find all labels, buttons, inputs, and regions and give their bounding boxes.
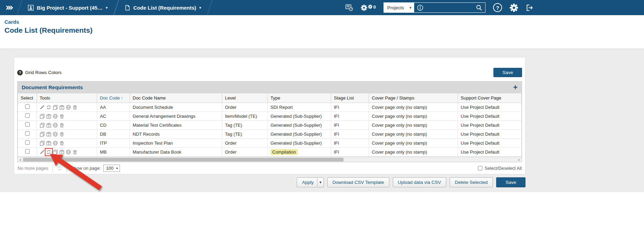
search-scope-select[interactable]: Projects ▾ xyxy=(384,3,414,12)
cell-level: Item/Model (TE) xyxy=(222,112,268,121)
column-header-doc-code-name[interactable]: Doc Code Name xyxy=(130,93,222,103)
delete-icon[interactable] xyxy=(59,114,64,119)
package-icon[interactable] xyxy=(46,114,51,119)
copy-icon[interactable] xyxy=(40,132,45,137)
project-selector-dropdown[interactable]: Big Project - Support (45… ▾ xyxy=(17,0,119,15)
edit-icon[interactable] xyxy=(40,149,45,155)
apply-button-label[interactable]: Apply xyxy=(297,178,317,187)
copy-icon[interactable] xyxy=(40,140,45,146)
page-title: Code List (Requirements) xyxy=(4,26,93,34)
top-navigation-bar: Big Project - Support (45… ▾ Code List (… xyxy=(0,0,644,15)
apply-button[interactable]: Apply ▾ xyxy=(297,177,324,187)
document-icon xyxy=(125,5,130,11)
refresh-icon[interactable] xyxy=(46,105,51,110)
column-header-level[interactable]: Level xyxy=(222,93,268,103)
chevron-down-icon: ▾ xyxy=(409,6,411,10)
select-all-checkbox[interactable] xyxy=(478,166,482,170)
horizontal-scrollbar[interactable]: ‹ › xyxy=(18,157,522,162)
upload-data-via-csv-button[interactable]: Upload data via CSV xyxy=(393,177,446,187)
package-icon[interactable] xyxy=(59,105,64,110)
globe-icon[interactable] xyxy=(53,123,58,128)
cell-support-cover-page: Use Project Default xyxy=(458,139,522,148)
globe-icon[interactable] xyxy=(66,149,71,155)
help-button[interactable]: ? xyxy=(493,3,502,12)
copy-icon[interactable] xyxy=(40,123,45,128)
refresh-icon[interactable] xyxy=(46,149,51,155)
search-input[interactable] xyxy=(423,5,476,10)
save-button-top[interactable]: Save xyxy=(493,68,522,77)
page-size-select[interactable]: 100 ▾ xyxy=(103,165,120,172)
background-jobs-indicator[interactable]: 0 xyxy=(361,4,376,11)
grid-rows-colors-link[interactable]: ? Grid Rows Colors xyxy=(17,70,62,75)
refresh-icon[interactable] xyxy=(57,166,62,171)
column-header-type[interactable]: Type xyxy=(268,93,331,103)
scrollbar-thumb[interactable] xyxy=(23,158,344,162)
footer-actions: Apply ▾ Download CSV Template Upload dat… xyxy=(14,177,525,187)
card-selector-dropdown[interactable]: Code List (Requirements) ▾ xyxy=(114,0,212,15)
column-header-stage-list[interactable]: Stage List xyxy=(331,93,369,103)
cell-doc-code: AA xyxy=(97,103,130,112)
table-header-row: Select Tools Doc Code↑ Doc Code Name Lev… xyxy=(18,93,522,103)
cell-stage-list: IFI xyxy=(331,121,369,130)
package-icon[interactable] xyxy=(46,140,51,146)
apply-dropdown-caret[interactable]: ▾ xyxy=(317,178,324,187)
delete-icon[interactable] xyxy=(59,140,64,146)
edit-icon[interactable] xyxy=(40,105,45,110)
delete-icon[interactable] xyxy=(72,149,78,155)
breadcrumb-cards[interactable]: Cards xyxy=(4,19,19,25)
row-checkbox[interactable] xyxy=(25,122,30,127)
doc-code-sort-link[interactable]: Doc Code xyxy=(100,95,120,101)
copy-icon[interactable] xyxy=(53,149,58,155)
delete-selected-button[interactable]: Delete Selected xyxy=(450,177,493,187)
column-header-cover-page[interactable]: Cover Page / Stamps xyxy=(369,93,458,103)
delete-icon[interactable] xyxy=(59,123,64,128)
row-checkbox[interactable] xyxy=(25,113,30,118)
table-row: CD Material Test Certificates Tag (TE) G… xyxy=(18,121,522,130)
scroll-right-icon[interactable]: › xyxy=(516,157,522,162)
card-selector-label: Code List (Requirements) xyxy=(133,5,196,11)
delete-icon[interactable] xyxy=(59,132,64,137)
download-csv-template-button[interactable]: Download CSV Template xyxy=(327,177,389,187)
table-row: MB Manufacturer Data Book Order Compilat… xyxy=(18,148,522,157)
cell-select xyxy=(18,112,37,121)
logout-icon[interactable] xyxy=(526,4,533,11)
cell-tools xyxy=(37,130,97,139)
report-icon[interactable] xyxy=(345,4,353,11)
grid-rows-colors-label: Grid Rows Colors xyxy=(25,70,62,75)
cell-doc-code: DB xyxy=(97,130,130,139)
copy-icon[interactable] xyxy=(53,105,58,110)
delete-icon[interactable] xyxy=(72,105,78,110)
globe-icon[interactable] xyxy=(53,132,58,137)
settings-gear-icon[interactable] xyxy=(510,3,518,12)
add-row-button[interactable]: + xyxy=(513,84,518,91)
jobs-count-badge: 0 xyxy=(373,4,376,10)
save-button-bottom[interactable]: Save xyxy=(496,177,525,187)
globe-icon[interactable] xyxy=(53,114,58,119)
column-header-doc-code[interactable]: Doc Code↑ xyxy=(97,93,130,103)
chevron-down-icon: ▾ xyxy=(200,6,202,10)
table-row: AA Document Schedule Order SDI Report IF… xyxy=(18,103,522,112)
app-logo[interactable] xyxy=(0,0,19,15)
table-row: ITP Inspection Test Plan Order Generated… xyxy=(18,139,522,148)
info-icon[interactable] xyxy=(417,4,423,11)
cell-stage-list: IFI xyxy=(331,130,369,139)
copy-icon[interactable] xyxy=(40,114,45,119)
search-icon[interactable] xyxy=(476,4,482,11)
globe-icon[interactable] xyxy=(53,140,58,146)
column-header-support-cover-page[interactable]: Support Cover Page xyxy=(458,93,522,103)
scroll-left-icon[interactable]: ‹ xyxy=(18,157,23,162)
row-checkbox[interactable] xyxy=(25,131,30,136)
cell-doc-code: ITP xyxy=(97,139,130,148)
cell-select xyxy=(18,121,37,130)
globe-icon[interactable] xyxy=(66,105,71,110)
row-checkbox[interactable] xyxy=(25,149,30,154)
package-icon[interactable] xyxy=(46,132,51,137)
package-icon[interactable] xyxy=(46,123,51,128)
row-checkbox[interactable] xyxy=(25,140,30,145)
cell-type: SDI Report xyxy=(268,103,331,112)
select-deselect-all[interactable]: Select/Deselect All xyxy=(478,166,522,171)
cell-tools xyxy=(37,139,97,148)
row-checkbox[interactable] xyxy=(25,104,30,109)
cell-support-cover-page: Use Project Default xyxy=(458,130,522,139)
package-icon[interactable] xyxy=(59,149,64,155)
